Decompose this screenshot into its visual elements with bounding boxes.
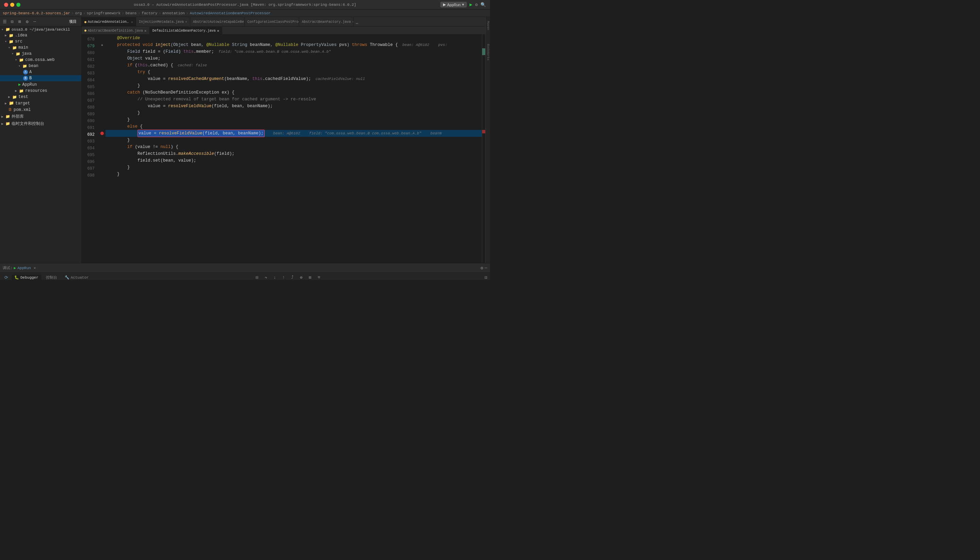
step-into-btn[interactable]: ↓ xyxy=(271,274,278,280)
tree-item-resources[interactable]: ▶ 📁 resources xyxy=(0,88,81,94)
tree-item-idea[interactable]: ▶ 📁 .idea xyxy=(0,32,81,38)
code-line-698: } xyxy=(105,171,482,178)
tab-injectionmeta[interactable]: InjectionMetadata.java ✕ xyxy=(136,17,190,26)
tabs-row2: AbstractBeanDefinition.java ✕ DefaultLis… xyxy=(82,27,485,35)
sidebar-expand-icon[interactable]: ⊞ xyxy=(17,19,22,25)
resume-btn[interactable]: ⤴ xyxy=(289,274,296,280)
tab-abstractautowire[interactable]: AbstractAutowireCapableBeanFactory.java … xyxy=(190,17,245,26)
breadcrumb: spring-beans-6.0.2-sources.jar › org › s… xyxy=(0,10,490,17)
tab-close-autowired[interactable]: ✕ xyxy=(131,20,133,24)
sidebar-close-icon[interactable]: — xyxy=(32,19,37,25)
tree-item-external-libs[interactable]: ▶ 📁 外部库 xyxy=(0,113,81,120)
chevron-icon: ▾ xyxy=(462,2,464,7)
tab2-close-defaultlistable[interactable]: ✕ xyxy=(217,28,220,33)
code-line-686: catch (NoSuchBeanDefinitionException ex)… xyxy=(105,89,482,96)
code-line-683: try { xyxy=(105,69,482,75)
code-line-679: protected void inject(Object bean, @Null… xyxy=(105,42,482,48)
code-line-689: } xyxy=(105,110,482,117)
tab-configclass[interactable]: ConfigurationClassPostProcessor.java ✕ xyxy=(245,17,299,26)
build-icon[interactable]: ⚙ xyxy=(475,2,478,7)
actuator-tab[interactable]: 🔧 Actuator xyxy=(62,275,92,280)
run-to-cursor-btn[interactable]: ⊕ xyxy=(298,274,305,280)
code-line-681: Object value; xyxy=(105,55,482,62)
scrollbar-right[interactable] xyxy=(482,35,485,263)
code-line-685: } xyxy=(105,82,482,89)
tree-item-main[interactable]: ▾ 📁 main xyxy=(0,45,81,51)
step-over-btn2[interactable]: ↷ xyxy=(262,274,269,280)
editor-area: AutowiredAnnotationBeanPostProcessor.jav… xyxy=(82,17,485,263)
debug-apprun-label: AppRun xyxy=(17,266,31,270)
code-content[interactable]: @Override protected void inject(Object b… xyxy=(105,35,482,263)
tree-item-pomxml[interactable]: 🗎 pom.xml xyxy=(0,107,81,113)
maximize-button[interactable] xyxy=(16,3,20,7)
sidebar-toolbar: ☰ ⊟ ⊞ ⚙ — 项目 xyxy=(0,17,81,27)
close-button[interactable] xyxy=(4,3,8,7)
line-numbers: 678 679 680 681 682 683 684 685 686 687 … xyxy=(82,35,99,263)
debugger-tab[interactable]: 🐛 Debugger xyxy=(12,275,41,280)
tab2-dot xyxy=(84,30,87,32)
console-tab[interactable]: 控制台 xyxy=(43,274,60,280)
actuator-icon: 🔧 xyxy=(65,275,69,280)
sidebar-settings-icon[interactable]: ⚙ xyxy=(25,19,30,25)
tree-item-b[interactable]: B B xyxy=(0,75,81,81)
tab-abstractbeanfactory[interactable]: AbstractBeanFactory.java ✕ xyxy=(299,17,353,26)
debugger-icon: 🐛 xyxy=(14,275,19,280)
title-bar: ossa3.0 – AutowiredAnnotationBeanPostPro… xyxy=(0,0,490,10)
tree-item-java[interactable]: ▾ 📁 java xyxy=(0,51,81,57)
code-line-678: @Override xyxy=(105,35,482,42)
breakpoint-692[interactable] xyxy=(100,132,104,135)
tab2-abstractbeandef[interactable]: AbstractBeanDefinition.java ✕ xyxy=(82,27,150,34)
debug-toolbar: ⟳ 🐛 Debugger 控制台 🔧 Actuator ⊟ ↷ ↓ ↑ ⤴ ⊕ … xyxy=(0,273,490,280)
expand-panel-btn[interactable]: ⊡ xyxy=(485,275,487,280)
tree-item-apprun[interactable]: ▶ AppRun xyxy=(0,81,81,88)
debug-apprun-icon: ▶ xyxy=(14,266,16,270)
tab-dot-autowired xyxy=(84,21,87,23)
tree-item-src[interactable]: ▾ 📁 src xyxy=(0,38,81,45)
tree-item-test[interactable]: ▶ 📁 test xyxy=(0,94,81,100)
tree-item-target[interactable]: ▶ 📁 target xyxy=(0,100,81,107)
run-icon: ▶ xyxy=(443,2,446,7)
search-icon[interactable]: 🔍 xyxy=(480,2,486,7)
tab2-close-abstractbeandef[interactable]: ✕ xyxy=(144,28,147,33)
maven-label: Maven xyxy=(486,21,490,30)
window-title: ossa3.0 – AutowiredAnnotationBeanPostPro… xyxy=(134,3,356,7)
tree-item-bean[interactable]: ▾ 📁 bean xyxy=(0,63,81,69)
filter-btn[interactable]: ⊟ xyxy=(253,274,260,280)
code-line-680: Field field = (Field) this.member; field… xyxy=(105,48,482,55)
title-right-controls: ▶ AppRun ▾ ▶ ⚙ 🔍 xyxy=(440,2,486,7)
table-view-btn[interactable]: ⊞ xyxy=(307,274,313,280)
step-out-btn[interactable]: ↑ xyxy=(280,274,287,280)
code-line-691: else { xyxy=(105,123,482,130)
list-view-btn[interactable]: ≡ xyxy=(315,274,322,280)
bottom-panel: 调试: ▶ AppRun ✕ ⚙ — ⟳ 🐛 Debugger 控制台 🔧 Ac… xyxy=(0,263,490,280)
sidebar-title: 项目 xyxy=(67,18,79,25)
tree-item-a[interactable]: A A xyxy=(0,69,81,75)
debug-close-icon[interactable]: ✕ xyxy=(34,266,36,270)
bc-jar[interactable]: spring-beans-6.0.2-sources.jar xyxy=(3,11,70,15)
debug-hide-icon[interactable]: — xyxy=(485,265,487,270)
tabs-overflow[interactable]: ⋯ xyxy=(353,21,360,26)
code-line-690: } xyxy=(105,117,482,123)
code-line-694: if (value != null) { xyxy=(105,143,482,150)
minimize-button[interactable] xyxy=(10,3,14,7)
run-icon[interactable]: ▶ xyxy=(470,2,472,7)
main-area: ☰ ⊟ ⊞ ⚙ — 项目 ▾ 📁 ossa3.0 ~/java/java/sec… xyxy=(0,17,490,263)
debug-title: 调试: ▶ AppRun ✕ xyxy=(3,265,36,270)
code-line-688: value = resolveFieldValue(field, bean, b… xyxy=(105,103,482,110)
apprun-button[interactable]: ▶ AppRun ▾ xyxy=(440,2,467,7)
sidebar-list-icon[interactable]: ☰ xyxy=(2,19,7,25)
debug-settings-icon[interactable]: ⚙ xyxy=(480,265,483,271)
tab-autowired[interactable]: AutowiredAnnotationBeanPostProcessor.jav… xyxy=(82,17,136,26)
right-panel: Maven Bookmarks xyxy=(485,17,490,263)
debug-label: 调试: xyxy=(3,265,13,270)
code-line-687: // Unexpected removal of target bean for… xyxy=(105,96,482,103)
traffic-lights xyxy=(4,3,20,7)
tab2-defaultlistable[interactable]: DefaultListableBeanFactory.java ✕ xyxy=(150,27,223,34)
sidebar-collapse-icon[interactable]: ⊟ xyxy=(10,19,15,25)
tree-item-project[interactable]: ▾ 📁 ossa3.0 ~/java/java/seckil xyxy=(0,27,81,32)
tree-item-comossaweb[interactable]: ▾ 📁 com.ossa.web xyxy=(0,57,81,63)
code-line-693: } xyxy=(105,137,482,143)
tree-item-scratch[interactable]: ▶ 📁 临时文件和控制台 xyxy=(0,120,81,127)
tab-close-injectionmeta[interactable]: ✕ xyxy=(185,20,187,24)
step-over-btn[interactable]: ⟳ xyxy=(3,274,10,280)
